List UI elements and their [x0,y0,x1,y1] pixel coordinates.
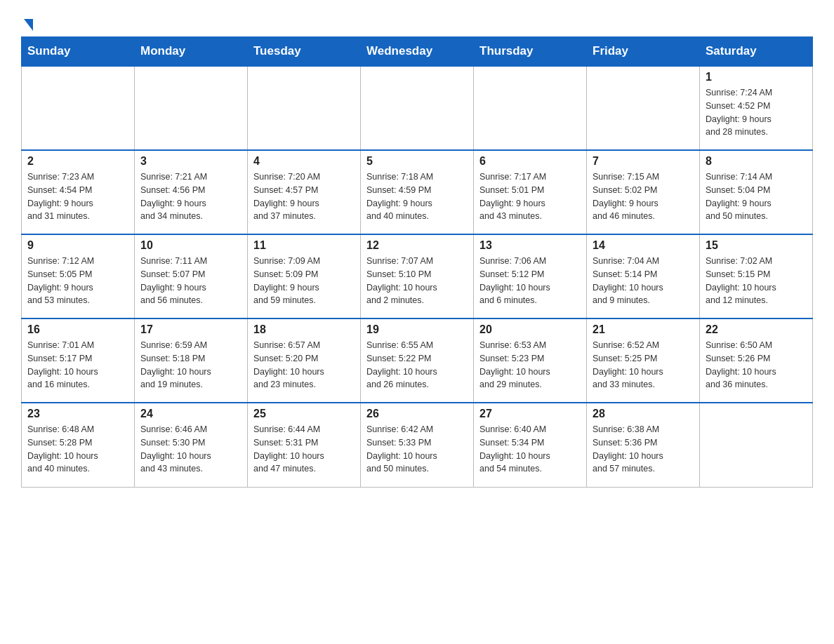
day-info: Sunrise: 7:24 AM Sunset: 4:52 PM Dayligh… [706,86,807,139]
weekday-header-friday: Friday [587,37,700,67]
calendar-cell [474,66,587,150]
day-info: Sunrise: 7:14 AM Sunset: 5:04 PM Dayligh… [706,170,807,223]
calendar-cell [700,403,813,487]
weekday-header-monday: Monday [135,37,248,67]
calendar-cell: 25Sunrise: 6:44 AM Sunset: 5:31 PM Dayli… [248,403,361,487]
day-info: Sunrise: 7:15 AM Sunset: 5:02 PM Dayligh… [593,170,694,223]
day-info: Sunrise: 6:57 AM Sunset: 5:20 PM Dayligh… [253,339,355,391]
calendar-cell: 3Sunrise: 7:21 AM Sunset: 4:56 PM Daylig… [135,150,248,234]
day-number: 1 [706,71,807,83]
day-info: Sunrise: 6:48 AM Sunset: 5:28 PM Dayligh… [27,423,128,476]
calendar-week-row: 16Sunrise: 7:01 AM Sunset: 5:17 PM Dayli… [22,318,813,403]
day-info: Sunrise: 6:59 AM Sunset: 5:18 PM Dayligh… [140,339,241,391]
calendar-cell: 20Sunrise: 6:53 AM Sunset: 5:23 PM Dayli… [474,318,587,403]
calendar-cell: 19Sunrise: 6:55 AM Sunset: 5:22 PM Dayli… [361,318,474,403]
calendar-cell: 13Sunrise: 7:06 AM Sunset: 5:12 PM Dayli… [474,234,587,318]
day-info: Sunrise: 7:18 AM Sunset: 4:59 PM Dayligh… [366,170,468,223]
weekday-header-thursday: Thursday [474,37,587,67]
calendar-cell: 18Sunrise: 6:57 AM Sunset: 5:20 PM Dayli… [248,318,361,403]
weekday-header-saturday: Saturday [700,37,813,67]
calendar-cell: 7Sunrise: 7:15 AM Sunset: 5:02 PM Daylig… [587,150,700,234]
calendar-cell: 26Sunrise: 6:42 AM Sunset: 5:33 PM Dayli… [361,403,474,487]
weekday-header-row: SundayMondayTuesdayWednesdayThursdayFrid… [22,37,813,67]
day-info: Sunrise: 7:04 AM Sunset: 5:14 PM Dayligh… [593,255,694,307]
day-info: Sunrise: 7:07 AM Sunset: 5:10 PM Dayligh… [366,255,468,307]
day-info: Sunrise: 6:42 AM Sunset: 5:33 PM Dayligh… [366,423,468,476]
day-number: 15 [706,239,807,252]
day-info: Sunrise: 7:01 AM Sunset: 5:17 PM Dayligh… [27,339,128,391]
day-number: 5 [366,155,468,168]
logo [21,14,33,29]
calendar-week-row: 1Sunrise: 7:24 AM Sunset: 4:52 PM Daylig… [22,66,813,150]
calendar-cell: 12Sunrise: 7:07 AM Sunset: 5:10 PM Dayli… [361,234,474,318]
day-number: 3 [140,155,241,168]
calendar-cell [361,66,474,150]
calendar-cell: 14Sunrise: 7:04 AM Sunset: 5:14 PM Dayli… [587,234,700,318]
calendar-cell: 5Sunrise: 7:18 AM Sunset: 4:59 PM Daylig… [361,150,474,234]
calendar-cell: 23Sunrise: 6:48 AM Sunset: 5:28 PM Dayli… [22,403,135,487]
day-number: 10 [140,239,241,252]
calendar-cell [22,66,135,150]
day-number: 16 [27,323,128,336]
calendar-cell: 15Sunrise: 7:02 AM Sunset: 5:15 PM Dayli… [700,234,813,318]
day-number: 9 [27,239,128,252]
day-info: Sunrise: 7:20 AM Sunset: 4:57 PM Dayligh… [253,170,355,223]
calendar-cell: 10Sunrise: 7:11 AM Sunset: 5:07 PM Dayli… [135,234,248,318]
day-number: 24 [140,408,241,420]
day-number: 23 [27,408,128,420]
day-info: Sunrise: 7:12 AM Sunset: 5:05 PM Dayligh… [27,255,128,307]
calendar-cell: 8Sunrise: 7:14 AM Sunset: 5:04 PM Daylig… [700,150,813,234]
calendar-cell: 9Sunrise: 7:12 AM Sunset: 5:05 PM Daylig… [22,234,135,318]
day-info: Sunrise: 7:09 AM Sunset: 5:09 PM Dayligh… [253,255,355,307]
day-info: Sunrise: 7:11 AM Sunset: 5:07 PM Dayligh… [140,255,241,307]
weekday-header-tuesday: Tuesday [248,37,361,67]
day-number: 2 [27,155,128,168]
calendar-cell: 1Sunrise: 7:24 AM Sunset: 4:52 PM Daylig… [700,66,813,150]
calendar-cell [248,66,361,150]
calendar-cell: 6Sunrise: 7:17 AM Sunset: 5:01 PM Daylig… [474,150,587,234]
calendar-week-row: 23Sunrise: 6:48 AM Sunset: 5:28 PM Dayli… [22,403,813,487]
day-info: Sunrise: 7:17 AM Sunset: 5:01 PM Dayligh… [479,170,581,223]
day-number: 17 [140,323,241,336]
calendar-cell: 17Sunrise: 6:59 AM Sunset: 5:18 PM Dayli… [135,318,248,403]
calendar-cell: 16Sunrise: 7:01 AM Sunset: 5:17 PM Dayli… [22,318,135,403]
day-number: 6 [479,155,581,168]
day-info: Sunrise: 6:50 AM Sunset: 5:26 PM Dayligh… [706,339,807,391]
day-number: 4 [253,155,355,168]
calendar-cell: 28Sunrise: 6:38 AM Sunset: 5:36 PM Dayli… [587,403,700,487]
weekday-header-sunday: Sunday [22,37,135,67]
day-number: 25 [253,408,355,420]
day-info: Sunrise: 7:23 AM Sunset: 4:54 PM Dayligh… [27,170,128,223]
day-info: Sunrise: 6:52 AM Sunset: 5:25 PM Dayligh… [593,339,694,391]
day-number: 19 [366,323,468,336]
calendar-cell: 21Sunrise: 6:52 AM Sunset: 5:25 PM Dayli… [587,318,700,403]
day-info: Sunrise: 6:53 AM Sunset: 5:23 PM Dayligh… [479,339,581,391]
day-number: 28 [593,408,694,420]
day-info: Sunrise: 7:06 AM Sunset: 5:12 PM Dayligh… [479,255,581,307]
day-number: 18 [253,323,355,336]
day-number: 27 [479,408,581,420]
logo-triangle-icon [24,19,33,31]
calendar-cell [587,66,700,150]
day-number: 26 [366,408,468,420]
day-number: 11 [253,239,355,252]
day-number: 20 [479,323,581,336]
day-number: 13 [479,239,581,252]
day-info: Sunrise: 6:46 AM Sunset: 5:30 PM Dayligh… [140,423,241,476]
calendar-week-row: 9Sunrise: 7:12 AM Sunset: 5:05 PM Daylig… [22,234,813,318]
calendar-cell: 27Sunrise: 6:40 AM Sunset: 5:34 PM Dayli… [474,403,587,487]
page-header [21,14,813,29]
calendar-cell: 22Sunrise: 6:50 AM Sunset: 5:26 PM Dayli… [700,318,813,403]
weekday-header-wednesday: Wednesday [361,37,474,67]
day-number: 12 [366,239,468,252]
day-number: 21 [593,323,694,336]
calendar-cell: 11Sunrise: 7:09 AM Sunset: 5:09 PM Dayli… [248,234,361,318]
calendar-cell: 24Sunrise: 6:46 AM Sunset: 5:30 PM Dayli… [135,403,248,487]
calendar-week-row: 2Sunrise: 7:23 AM Sunset: 4:54 PM Daylig… [22,150,813,234]
day-info: Sunrise: 6:55 AM Sunset: 5:22 PM Dayligh… [366,339,468,391]
day-info: Sunrise: 7:21 AM Sunset: 4:56 PM Dayligh… [140,170,241,223]
day-info: Sunrise: 6:38 AM Sunset: 5:36 PM Dayligh… [593,423,694,476]
day-number: 14 [593,239,694,252]
day-number: 8 [706,155,807,168]
calendar-cell: 2Sunrise: 7:23 AM Sunset: 4:54 PM Daylig… [22,150,135,234]
